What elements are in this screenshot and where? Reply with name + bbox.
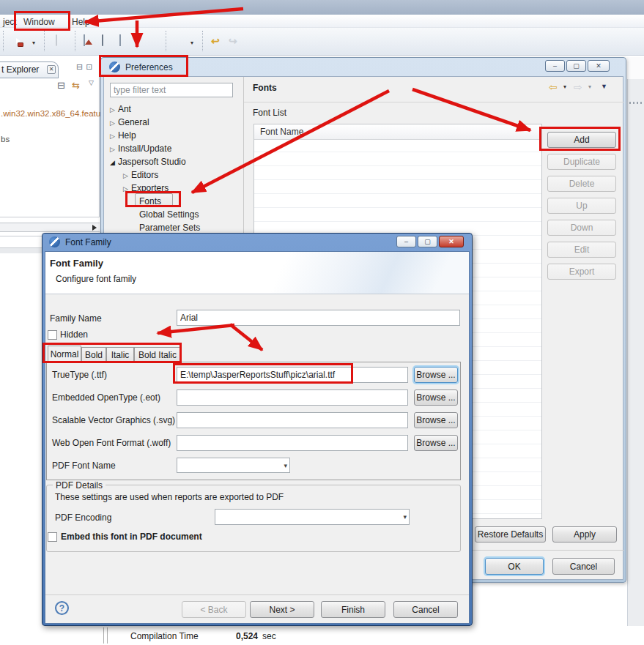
tree-item-help[interactable]: ▷Help (110, 130, 136, 141)
expand-icon[interactable]: ▷ (110, 106, 115, 113)
woff-input[interactable] (177, 435, 408, 451)
embed-font-label: Embed this font in PDF document (61, 532, 202, 542)
svg-browse-button[interactable]: Browse ... (414, 412, 458, 428)
edit-button[interactable]: Edit (547, 242, 616, 258)
view-minimize-maximize-icons[interactable]: ⊟⊡ (76, 62, 95, 72)
svg-input[interactable] (177, 412, 408, 428)
restore-defaults-button[interactable]: Restore Defaults (475, 526, 546, 543)
minimize-button[interactable]: – (396, 236, 416, 247)
menu-help[interactable]: Help (69, 16, 93, 28)
tree-item-install-update[interactable]: ▷Install/Update (110, 143, 171, 154)
statusbar-resize-handle[interactable] (103, 627, 108, 644)
view-menu-icon[interactable]: ▽ (89, 79, 94, 86)
close-button[interactable]: ✕ (588, 60, 610, 72)
ok-button[interactable]: OK (485, 558, 544, 575)
truetype-label: TrueType (.ttf) (52, 370, 107, 380)
tree-item-ant[interactable]: ▷Ant (110, 104, 131, 114)
editor-right-edge-top (627, 57, 644, 79)
expand-icon[interactable]: ▷ (110, 146, 115, 153)
panel-divider (0, 217, 100, 217)
run-icon[interactable] (12, 35, 23, 47)
maximize-button[interactable]: ▢ (566, 60, 586, 72)
filter-input[interactable] (110, 83, 233, 97)
compilation-time-label: Compilation Time (130, 631, 199, 641)
minimize-button[interactable]: – (545, 60, 565, 72)
editor-right-edge (627, 57, 644, 645)
wand-icon[interactable] (174, 35, 186, 47)
back-dropdown-icon[interactable]: ▾ (563, 83, 566, 90)
explorer-item-bs[interactable]: bs (1, 135, 10, 143)
delete-button[interactable]: Delete (547, 176, 616, 192)
pdf-font-name-combo[interactable]: ▾ (177, 458, 290, 473)
view-menu-icon[interactable]: ▼ (601, 83, 607, 90)
tab-close-icon[interactable]: ✕ (47, 65, 56, 74)
pdf-encoding-combo[interactable]: ▾ (215, 509, 410, 525)
explorer-item-feature[interactable]: .win32.win32.x86_64.featur (1, 109, 103, 118)
font-family-content: Font Family Configure font family Family… (45, 251, 470, 624)
dialog-header: Font Family Configure font family (45, 252, 469, 294)
link-with-editor-icon[interactable]: ⇆ (72, 80, 80, 91)
hidden-label: Hidden (60, 329, 88, 340)
highlight-style-tabs (42, 343, 182, 363)
debug-bug-icon[interactable] (144, 35, 156, 47)
collapse-all-icon[interactable]: ⊟ (57, 80, 65, 91)
close-button[interactable]: ✕ (439, 236, 464, 247)
truetype-browse-button[interactable]: Browse ... (414, 367, 458, 383)
woff-browse-button[interactable]: Browse ... (414, 435, 458, 451)
apply-button[interactable]: Apply (552, 526, 617, 543)
cancel-button[interactable]: Cancel (552, 558, 615, 575)
new-report-icon[interactable] (84, 35, 95, 47)
tree-item-parameter-sets[interactable]: Parameter Sets (139, 223, 200, 233)
run-dropdown-icon[interactable]: ▾ (32, 40, 35, 46)
maximize-button[interactable]: ▢ (418, 236, 437, 247)
expand-icon[interactable]: ▷ (123, 172, 128, 179)
report-design-icon[interactable] (119, 35, 131, 47)
tree-item-global-settings[interactable]: Global Settings (139, 209, 199, 220)
column-header-font-name[interactable]: Font Name (254, 124, 541, 140)
finish-button[interactable]: Finish (321, 601, 385, 618)
wand-dropdown-icon[interactable]: ▾ (190, 40, 193, 46)
font-family-dialog: Font Family – ▢ ✕ Font Family Configure … (42, 233, 473, 626)
scroll-right-icon[interactable] (92, 225, 97, 231)
up-button[interactable]: Up (547, 198, 616, 214)
screen: ject Window Help ▾ ▾ ↩ ↪ t Explorer ✕ ⊟⊡… (0, 0, 644, 645)
highlight-window-menu (14, 11, 70, 31)
redo-icon: ↪ (229, 35, 237, 47)
eot-browse-button[interactable]: Browse ... (414, 389, 458, 406)
export-button[interactable]: Export (547, 264, 616, 280)
family-name-input[interactable] (177, 310, 460, 326)
chevron-down-icon[interactable]: ▾ (403, 513, 407, 521)
down-button[interactable]: Down (547, 220, 616, 236)
tree-item-general[interactable]: ▷General (110, 117, 149, 127)
tab-label: t Explorer (1, 64, 39, 75)
expand-icon[interactable]: ▷ (110, 119, 115, 127)
cancel-button[interactable]: Cancel (393, 601, 458, 618)
tree-item-jaspersoft-studio[interactable]: ◢Jaspersoft Studio (110, 157, 186, 167)
toolbar-separator (3, 31, 4, 51)
pdf-font-name-label: PDF Font Name (52, 461, 116, 471)
help-button[interactable]: ? (55, 601, 69, 615)
horizontal-scrollbar[interactable] (0, 223, 100, 232)
undo-icon[interactable]: ↩ (211, 35, 220, 47)
next-button[interactable]: Next > (250, 601, 314, 618)
font-family-dialog-title: Font Family (65, 237, 111, 247)
database-icon[interactable] (102, 35, 114, 47)
footer-divider (45, 594, 469, 595)
tree-item-editors[interactable]: ▷Editors (123, 170, 158, 180)
embed-font-checkbox[interactable] (48, 532, 57, 542)
forward-dropdown-icon[interactable]: ▾ (588, 83, 591, 90)
tab-project-explorer[interactable]: t Explorer ✕ (0, 61, 59, 78)
page-title: Fonts (253, 83, 277, 93)
toolbar: ▾ ▾ ↩ ↪ (0, 28, 644, 56)
expand-icon[interactable]: ▷ (110, 133, 115, 140)
collapse-icon[interactable]: ◢ (110, 159, 115, 166)
hidden-checkbox[interactable] (48, 330, 57, 340)
eot-input[interactable] (177, 389, 408, 406)
back-button[interactable]: < Back (182, 601, 246, 618)
svg-label: Scalable Vector Graphics (.svg) (52, 415, 175, 425)
history-back-icon[interactable]: ⇦ (549, 81, 558, 93)
highlight-truetype-path (173, 363, 353, 384)
dialog-heading: Font Family (50, 258, 103, 269)
chevron-down-icon[interactable]: ▾ (284, 462, 287, 469)
duplicate-button[interactable]: Duplicate (547, 154, 616, 170)
